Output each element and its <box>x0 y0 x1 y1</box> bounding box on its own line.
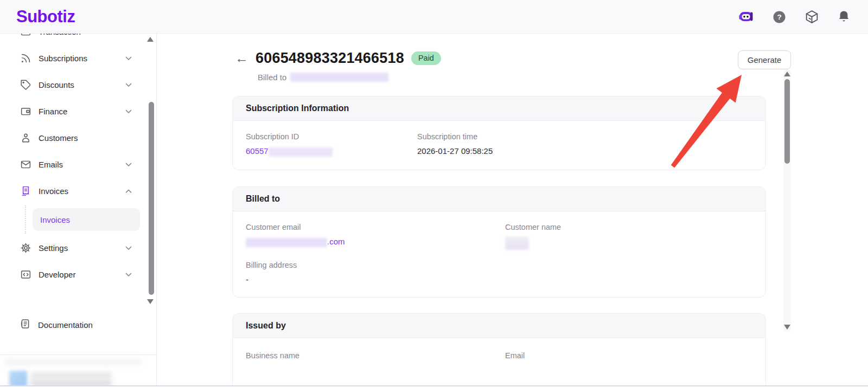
sidebar-item-label: Subscriptions <box>39 54 87 63</box>
help-question-mark: ? <box>777 13 781 21</box>
back-arrow-icon[interactable]: ← <box>235 51 248 65</box>
card-header: Subscription Information <box>233 96 765 121</box>
sidebar-item-label: Developer <box>39 270 75 279</box>
sidebar: Transaction Subscriptions <box>0 34 157 387</box>
sidebar-item-label: Finance <box>39 107 67 116</box>
billing-address-value: - <box>246 275 752 284</box>
sidebar-item-settings[interactable]: Settings <box>0 235 156 261</box>
field-subscription-id: Subscription ID 60557 <box>246 132 417 157</box>
field-customer-email: Customer email .com <box>246 223 505 250</box>
main-scrollbar[interactable] <box>783 69 791 332</box>
field-billing-address: Billing address - <box>246 261 752 284</box>
sidebar-item-finance[interactable]: Finance <box>0 98 156 125</box>
developer-code-icon <box>20 269 31 280</box>
sidebar-item-discounts[interactable]: Discounts <box>0 72 156 98</box>
sidebar-item-label: Documentation <box>38 320 93 330</box>
settings-gear-icon <box>20 242 31 254</box>
card-body: Customer email .com Customer name Billin… <box>233 211 765 297</box>
subscription-information-card: Subscription Information Subscription ID… <box>232 96 766 170</box>
sidebar-scroll-area: Transaction Subscriptions <box>0 34 156 307</box>
redacted-billed-to-value <box>290 73 388 82</box>
sidebar-item-invoices[interactable]: Invoices <box>0 178 156 204</box>
sidebar-item-label: Emails <box>39 160 63 169</box>
card-header: Issued by <box>233 314 765 338</box>
sidebar-item-label: Discounts <box>39 80 74 89</box>
sidebar-item-developer[interactable]: Developer <box>0 261 156 288</box>
sidebar-item-label: Settings <box>39 243 68 253</box>
card-body: Business name Email <box>233 338 765 378</box>
page-title: 606548983321466518 <box>256 50 404 67</box>
sidebar-item-subscriptions[interactable]: Subscriptions <box>0 45 156 72</box>
documentation-icon <box>20 318 31 332</box>
billed-to-card: Billed to Customer email .com Customer n… <box>232 186 766 298</box>
field-subscription-time: Subscription time 2026-01-27 09:58:25 <box>417 132 752 157</box>
redacted-user-row <box>4 359 141 365</box>
chevron-down-icon <box>125 163 132 167</box>
redacted-user-name <box>30 372 112 379</box>
card-title: Issued by <box>246 321 286 331</box>
invoices-receipt-icon <box>20 185 31 197</box>
billed-to-label: Billed to <box>258 73 286 82</box>
emails-envelope-icon <box>20 159 31 170</box>
sidebar-subitem-invoices[interactable]: Invoices <box>33 208 140 231</box>
invoice-header: ← 606548983321466518 Paid <box>235 50 441 67</box>
sidebar-item-label: Invoices <box>39 186 68 196</box>
sidebar-item-documentation[interactable]: Documentation <box>0 312 156 337</box>
generate-button[interactable]: Generate <box>738 50 791 69</box>
topbar: Subotiz ? <box>0 0 868 34</box>
sidebar-scrollbar-up-arrow[interactable] <box>147 37 154 42</box>
customer-email-link[interactable]: .com <box>327 237 345 246</box>
card-title: Subscription Information <box>246 104 349 113</box>
sidebar-scrollbar-down-arrow[interactable] <box>147 299 154 304</box>
sidebar-item-emails[interactable]: Emails <box>0 151 156 178</box>
customers-person-icon <box>20 132 31 144</box>
finance-wallet-icon <box>20 106 31 117</box>
sidebar-scrollbar-thumb[interactable] <box>149 102 154 295</box>
redacted-customer-email <box>246 238 327 247</box>
card-body: Subscription ID 60557 Subscription time … <box>233 121 765 170</box>
chevron-down-icon <box>125 56 132 61</box>
invoices-submenu: Invoices <box>0 204 156 235</box>
notifications-bell-icon[interactable] <box>838 10 850 24</box>
chevron-down-icon <box>125 273 132 277</box>
help-icon[interactable]: ? <box>773 10 786 24</box>
subscriptions-rss-icon <box>20 53 31 64</box>
main-scrollbar-up-arrow[interactable] <box>784 72 790 76</box>
sidebar-item-label: Customers <box>39 133 78 143</box>
redacted-customer-name <box>505 237 529 250</box>
card-title: Billed to <box>246 194 280 204</box>
discounts-tag-icon <box>20 79 31 91</box>
sidebar-subitem-label: Invoices <box>40 215 70 224</box>
field-business-name: Business name <box>246 351 505 365</box>
field-customer-name: Customer name <box>505 223 752 250</box>
redacted-subscription-id <box>269 147 333 157</box>
topbar-icon-group: ? <box>738 0 850 34</box>
sidebar-item-transaction[interactable]: Transaction <box>0 34 156 45</box>
brand-logo: Subotiz <box>16 7 75 27</box>
field-issuer-email: Email <box>505 351 752 365</box>
main-content: ← 606548983321466518 Paid Billed to Gene… <box>157 34 868 387</box>
main-scrollbar-thumb[interactable] <box>784 79 790 164</box>
chevron-up-icon <box>125 189 132 194</box>
chevron-down-icon <box>125 83 132 87</box>
chevron-down-icon <box>125 109 132 114</box>
sidebar-divider <box>0 354 156 355</box>
assistant-robot-icon[interactable] <box>738 10 754 24</box>
sidebar-item-label: Transaction <box>39 34 81 36</box>
main-scrollbar-down-arrow[interactable] <box>784 325 790 330</box>
avatar[interactable] <box>9 371 27 387</box>
card-header: Billed to <box>233 187 765 211</box>
subscription-time-value: 2026-01-27 09:58:25 <box>417 146 752 156</box>
transaction-icon <box>20 34 31 37</box>
issued-by-card: Issued by Business name Email <box>232 313 766 387</box>
sidebar-item-customers[interactable]: Customers <box>0 125 156 151</box>
chevron-down-icon <box>125 246 132 250</box>
status-badge: Paid <box>411 51 441 65</box>
package-icon[interactable] <box>805 10 819 24</box>
subscription-id-link[interactable]: 60557 <box>246 146 269 156</box>
chevron-down-icon <box>125 34 132 34</box>
billed-to-summary: Billed to <box>258 73 388 82</box>
